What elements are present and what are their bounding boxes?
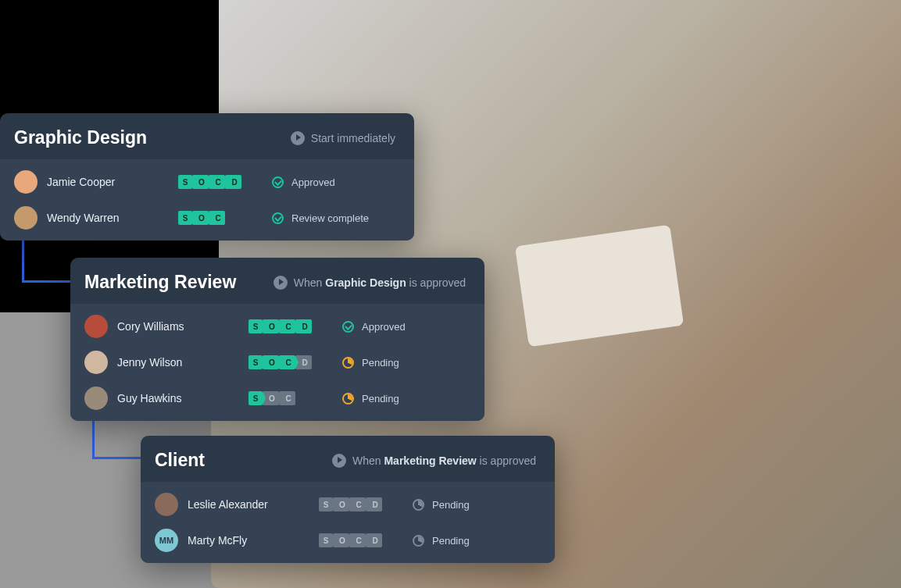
avatar [84,351,108,374]
user-cell: Guy Hawkins [84,387,248,410]
avatar [14,206,38,230]
user-cell: Leslie Alexander [155,493,319,516]
check-circle-icon [272,212,284,224]
pending-icon [413,499,424,511]
user-name: Guy Hawkins [117,392,181,404]
status-cell: Pending [342,393,399,404]
stage-pill: SOCD [248,319,342,333]
user-cell: Jamie Cooper [14,170,178,194]
stage-segment: S [319,497,333,511]
stage-pill: SOC [178,211,272,225]
user-cell: Wendy Warren [14,206,178,230]
status-cell: Approved [272,176,335,188]
card-header: Marketing ReviewWhen Graphic Design is a… [70,258,484,304]
user-name: Leslie Alexander [188,498,268,511]
reviewer-row[interactable]: Jenny WilsonSOCDPending [70,344,484,380]
stage-segment: S [319,533,333,547]
avatar: MM [155,529,178,552]
status-cell: Pending [413,499,470,511]
card-body: Cory WilliamsSOCDApprovedJenny WilsonSOC… [70,304,484,421]
card-trigger: When Marketing Review is approved [332,454,536,468]
stage-pill: SOCD [248,355,342,369]
card-body: Jamie CooperSOCDApprovedWendy WarrenSOCR… [0,159,414,241]
user-name: Marty McFly [188,534,247,547]
reviewer-row[interactable]: Wendy WarrenSOCReview complete [0,200,414,236]
reviewer-row[interactable]: Cory WilliamsSOCDApproved [70,308,484,344]
avatar [84,387,108,410]
stage-pill: SOC [248,391,342,405]
stage-segment: S [248,319,263,333]
connector-line [22,234,77,283]
card-title: Client [155,450,205,471]
status-text: Pending [432,535,470,547]
stage-pill: SOCD [178,175,272,189]
status-cell: Review complete [272,212,369,224]
stage-segment: S [178,175,192,189]
reviewer-row[interactable]: Leslie AlexanderSOCDPending [141,486,555,522]
status-text: Review complete [291,212,369,224]
user-cell: Cory Williams [84,315,248,338]
check-circle-icon [342,321,354,333]
play-icon [274,276,288,290]
user-name: Jamie Cooper [47,176,115,188]
status-cell: Pending [413,535,470,547]
play-icon [291,131,305,145]
card-header: ClientWhen Marketing Review is approved [141,436,555,482]
avatar [84,315,108,338]
play-icon [332,454,346,468]
trigger-text: When Graphic Design is approved [294,276,466,289]
trigger-text: When Marketing Review is approved [352,454,536,467]
card-trigger: When Graphic Design is approved [274,276,466,290]
status-text: Pending [432,499,470,511]
user-cell: MMMarty McFly [155,529,319,552]
workflow-card: ClientWhen Marketing Review is approvedL… [141,436,555,563]
stage-segment: S [178,211,192,225]
user-name: Cory Williams [117,320,184,333]
stage-segment: S [248,355,263,369]
status-text: Pending [362,357,399,369]
user-cell: Jenny Wilson [84,351,248,374]
card-body: Leslie AlexanderSOCDPendingMMMarty McFly… [141,482,555,563]
stage-segment: S [248,391,263,405]
card-header: Graphic DesignStart immediately [0,113,414,159]
card-trigger: Start immediately [291,131,395,145]
pending-icon [342,357,354,369]
pending-icon [342,393,354,404]
status-cell: Approved [342,321,406,333]
user-name: Wendy Warren [47,212,120,224]
workflow-card: Marketing ReviewWhen Graphic Design is a… [70,258,484,421]
status-text: Approved [291,176,335,188]
user-name: Jenny Wilson [117,356,182,369]
stage-pill: SOCD [319,533,413,547]
check-circle-icon [272,176,284,188]
avatar [155,493,178,516]
status-text: Approved [362,321,406,333]
status-cell: Pending [342,357,399,369]
card-title: Graphic Design [14,127,147,148]
reviewer-row[interactable]: Jamie CooperSOCDApproved [0,164,414,200]
card-title: Marketing Review [84,272,236,293]
stage-pill: SOCD [319,497,413,511]
reviewer-row[interactable]: MMMarty McFlySOCDPending [141,522,555,558]
workflow-card: Graphic DesignStart immediatelyJamie Coo… [0,113,414,241]
pending-icon [413,535,424,547]
status-text: Pending [362,393,399,404]
trigger-text: Start immediately [311,132,395,144]
reviewer-row[interactable]: Guy HawkinsSOCPending [70,380,484,416]
avatar [14,170,38,194]
